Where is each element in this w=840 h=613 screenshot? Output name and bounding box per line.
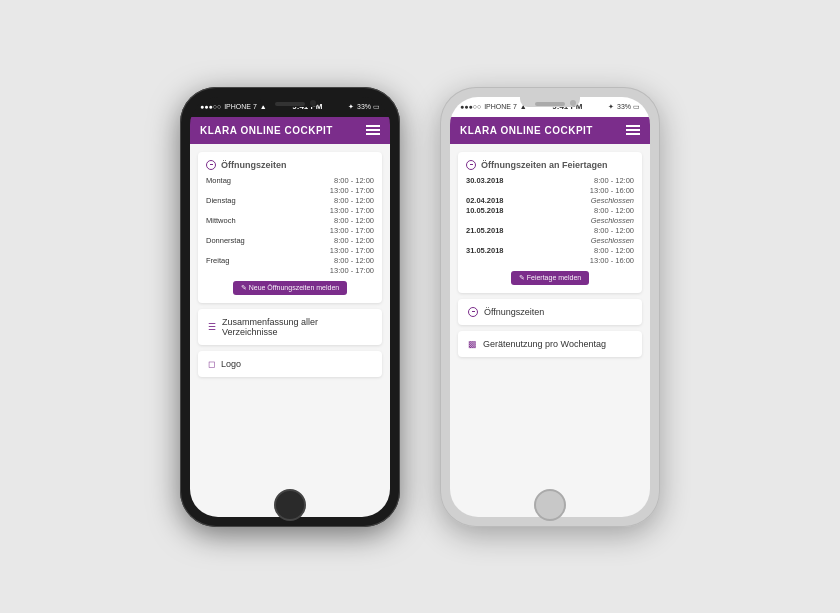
row-21052018-2: Geschlossen [466,236,634,245]
row-30032018: 30.03.2018 8:00 - 12:00 [466,176,634,185]
hamburger-line-2 [366,129,380,131]
opening-hours-title-black: Öffnungszeiten [221,160,287,170]
time-montag-1: 8:00 - 12:00 [334,176,374,185]
logo-label: Logo [221,359,241,369]
row-donnerstag: Donnerstag 8:00 - 12:00 [206,236,374,245]
battery-white: 33% ▭ [617,103,640,111]
day-mittwoch: Mittwoch [206,216,236,225]
day-freitag: Freitag [206,256,229,265]
speaker-black [275,102,305,106]
list-icon: ☰ [208,322,216,332]
opening-hours-card-black: Öffnungszeiten Montag 8:00 - 12:00 13:00… [198,152,382,303]
feiertage-button[interactable]: ✎ Feiertage melden [511,271,589,285]
status-left-white: ●●●○○ IPHONE 7 ▲ [460,103,527,110]
row-freitag-2: 13:00 - 17:00 [206,266,374,275]
clock-icon-black [206,160,216,170]
row-dienstag: Dienstag 8:00 - 12:00 [206,196,374,205]
signal-black: ●●●○○ [200,103,221,110]
logo-card[interactable]: ◻ Logo [198,351,382,377]
date-31052018: 31.05.2018 [466,246,504,255]
time-10052018-1: 8:00 - 12:00 [594,206,634,215]
carrier-white: IPHONE 7 [484,103,517,110]
row-freitag: Freitag 8:00 - 12:00 [206,256,374,265]
geraetenutzung-card[interactable]: ▩ Gerätenutzung pro Wochentag [458,331,642,357]
phone-white: ●●●○○ IPHONE 7 ▲ 9:41 PM ✦ 33% ▭ KLARA O… [440,87,660,527]
row-dienstag-2: 13:00 - 17:00 [206,206,374,215]
menu-button-white[interactable] [626,125,640,135]
opening-hours-holidays-card: Öffnungszeiten an Feiertagen 30.03.2018 … [458,152,642,293]
row-mittwoch-2: 13:00 - 17:00 [206,226,374,235]
app-header-black: KLARA ONLINE COCKPIT [190,117,390,144]
geraetenutzung-label: Gerätenutzung pro Wochentag [483,339,606,349]
neue-oeffnungszeiten-button[interactable]: ✎ Neue Öffnungszeiten melden [233,281,348,295]
time-30032018-2: 13:00 - 16:00 [590,186,634,195]
row-31052018: 31.05.2018 8:00 - 12:00 [466,246,634,255]
day-montag: Montag [206,176,231,185]
row-30032018-2: 13:00 - 16:00 [466,186,634,195]
time-30032018-1: 8:00 - 12:00 [594,176,634,185]
zusammenfassung-card[interactable]: ☰ Zusammenfassung aller Verzeichnisse [198,309,382,345]
home-button-white[interactable] [534,489,566,521]
hamburger-line-3 [366,133,380,135]
phone-inner-white: ●●●○○ IPHONE 7 ▲ 9:41 PM ✦ 33% ▭ KLARA O… [450,97,650,517]
opening-hours-holidays-header: Öffnungszeiten an Feiertagen [466,160,634,170]
menu-button-black[interactable] [366,125,380,135]
screen-content-white: Öffnungszeiten an Feiertagen 30.03.2018 … [450,144,650,517]
camera-icon-small: ◻ [208,359,215,369]
neue-oeffnungszeiten-button-wrapper: ✎ Neue Öffnungszeiten melden [206,281,374,295]
time-21052018-1: 8:00 - 12:00 [594,226,634,235]
date-21052018: 21.05.2018 [466,226,504,235]
row-montag-2: 13:00 - 17:00 [206,186,374,195]
clock-icon-simple [468,307,478,317]
time-dienstag-2: 13:00 - 17:00 [330,206,374,215]
carrier-black: IPHONE 7 [224,103,257,110]
home-button-black[interactable] [274,489,306,521]
time-donnerstag-1: 8:00 - 12:00 [334,236,374,245]
bluetooth-white: ✦ [608,103,614,111]
time-10052018-2: Geschlossen [591,216,634,225]
time-31052018-1: 8:00 - 12:00 [594,246,634,255]
date-10052018: 10.05.2018 [466,206,504,215]
hamburger-line-w2 [626,129,640,131]
time-donnerstag-2: 13:00 - 17:00 [330,246,374,255]
speaker-white [535,102,565,106]
time-31052018-2: 13:00 - 16:00 [590,256,634,265]
phone-inner-black: ●●●○○ IPHONE 7 ▲ 9:41 PM ✦ 33% ▭ KLARA O… [190,97,390,517]
row-mittwoch: Mittwoch 8:00 - 12:00 [206,216,374,225]
phone-black: ●●●○○ IPHONE 7 ▲ 9:41 PM ✦ 33% ▭ KLARA O… [180,87,400,527]
status-right-black: ✦ 33% ▭ [348,103,380,111]
bar-chart-icon: ▩ [468,339,477,349]
app-header-white: KLARA ONLINE COCKPIT [450,117,650,144]
status-right-white: ✦ 33% ▭ [608,103,640,111]
oeffnungszeiten-simple-label: Öffnungszeiten [484,307,544,317]
oeffnungszeiten-simple-card[interactable]: Öffnungszeiten [458,299,642,325]
row-montag: Montag 8:00 - 12:00 [206,176,374,185]
time-21052018-2: Geschlossen [591,236,634,245]
time-mittwoch-1: 8:00 - 12:00 [334,216,374,225]
bluetooth-black: ✦ [348,103,354,111]
time-02042018: Geschlossen [591,196,634,205]
opening-hours-holidays-title: Öffnungszeiten an Feiertagen [481,160,608,170]
screen-content-black: Öffnungszeiten Montag 8:00 - 12:00 13:00… [190,144,390,517]
row-31052018-2: 13:00 - 16:00 [466,256,634,265]
battery-black: 33% ▭ [357,103,380,111]
clock-icon-white [466,160,476,170]
time-dienstag-1: 8:00 - 12:00 [334,196,374,205]
status-left-black: ●●●○○ IPHONE 7 ▲ [200,103,267,110]
app-title-black: KLARA ONLINE COCKPIT [200,125,333,136]
hamburger-line-w1 [626,125,640,127]
row-10052018: 10.05.2018 8:00 - 12:00 [466,206,634,215]
time-freitag-1: 8:00 - 12:00 [334,256,374,265]
row-02042018: 02.04.2018 Geschlossen [466,196,634,205]
time-mittwoch-2: 13:00 - 17:00 [330,226,374,235]
hamburger-line-w3 [626,133,640,135]
row-10052018-2: Geschlossen [466,216,634,225]
camera-black [310,100,316,106]
time-freitag-2: 13:00 - 17:00 [330,266,374,275]
row-donnerstag-2: 13:00 - 17:00 [206,246,374,255]
zusammenfassung-label: Zusammenfassung aller Verzeichnisse [222,317,372,337]
date-02042018: 02.04.2018 [466,196,504,205]
signal-white: ●●●○○ [460,103,481,110]
date-30032018: 30.03.2018 [466,176,504,185]
app-title-white: KLARA ONLINE COCKPIT [460,125,593,136]
